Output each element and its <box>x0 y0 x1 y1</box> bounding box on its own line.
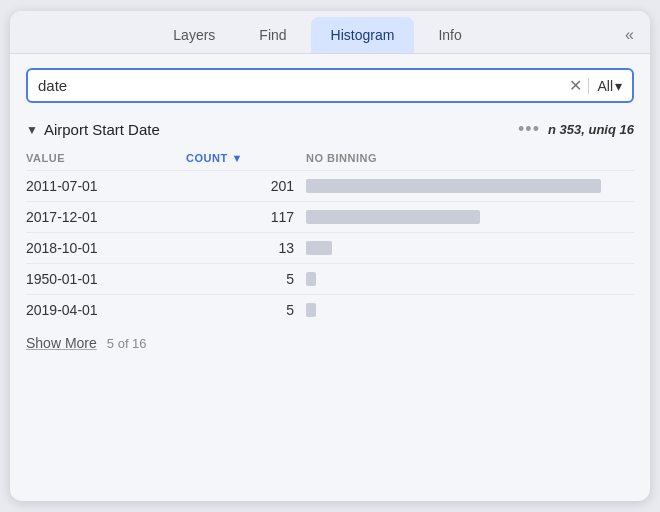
bar <box>306 210 480 224</box>
sort-arrow-icon: ▼ <box>232 152 243 164</box>
cell-count: 117 <box>186 209 306 225</box>
table-row: 1950-01-01 5 <box>26 263 634 294</box>
cell-count: 5 <box>186 271 306 287</box>
uniq-value: 16 <box>620 122 634 137</box>
filter-dropdown[interactable]: All ▾ <box>588 78 622 94</box>
filter-label: All <box>597 78 613 94</box>
bar-container <box>306 179 634 193</box>
table-row: 2017-12-01 117 <box>26 201 634 232</box>
table-row: 2011-07-01 201 <box>26 170 634 201</box>
bar-container <box>306 272 634 286</box>
show-more-row: Show More 5 of 16 <box>26 335 634 351</box>
tab-info[interactable]: Info <box>418 17 481 53</box>
bar <box>306 272 316 286</box>
col-header-value: VALUE <box>26 152 186 164</box>
n-label: n <box>548 122 556 137</box>
n-value: 353, <box>560 122 585 137</box>
data-table: VALUE COUNT ▼ NO BINNING 2011-07-01 201 … <box>26 148 634 325</box>
search-row: ✕ All ▾ <box>26 68 634 103</box>
cell-count: 5 <box>186 302 306 318</box>
cell-value: 2011-07-01 <box>26 178 186 194</box>
tab-histogram[interactable]: Histogram <box>311 17 415 53</box>
bar <box>306 303 316 317</box>
more-options-button[interactable]: ••• <box>510 119 548 140</box>
dropdown-arrow-icon: ▾ <box>615 78 622 94</box>
bar-container <box>306 210 634 224</box>
tab-bar: Layers Find Histogram Info « <box>10 11 650 54</box>
table-row: 2019-04-01 5 <box>26 294 634 325</box>
show-more-count: 5 of 16 <box>107 336 147 351</box>
bar-container <box>306 241 634 255</box>
clear-button[interactable]: ✕ <box>563 76 588 95</box>
section-title-wrap: ▼ Airport Start Date <box>26 121 510 138</box>
bar <box>306 179 601 193</box>
tabs-container: Layers Find Histogram Info <box>18 17 617 53</box>
table-header: VALUE COUNT ▼ NO BINNING <box>26 148 634 170</box>
tab-find[interactable]: Find <box>239 17 306 53</box>
cell-count: 13 <box>186 240 306 256</box>
collapse-button[interactable]: « <box>617 22 642 48</box>
histogram-panel: Layers Find Histogram Info « ✕ All ▾ ▼ A… <box>10 11 650 501</box>
col-header-nobinning: NO BINNING <box>306 152 634 164</box>
show-more-button[interactable]: Show More <box>26 335 97 351</box>
bar <box>306 241 332 255</box>
cell-value: 2018-10-01 <box>26 240 186 256</box>
cell-value: 2017-12-01 <box>26 209 186 225</box>
col-header-count[interactable]: COUNT ▼ <box>186 152 306 164</box>
cell-value: 2019-04-01 <box>26 302 186 318</box>
bar-container <box>306 303 634 317</box>
table-row: 2018-10-01 13 <box>26 232 634 263</box>
section-header: ▼ Airport Start Date ••• n 353, uniq 16 <box>26 119 634 140</box>
search-input[interactable] <box>38 77 563 94</box>
section-stats: n 353, uniq 16 <box>548 122 634 137</box>
cell-value: 1950-01-01 <box>26 271 186 287</box>
section-title: Airport Start Date <box>44 121 160 138</box>
tab-layers[interactable]: Layers <box>153 17 235 53</box>
collapse-triangle-icon[interactable]: ▼ <box>26 123 38 137</box>
uniq-label: uniq <box>588 122 615 137</box>
cell-count: 201 <box>186 178 306 194</box>
